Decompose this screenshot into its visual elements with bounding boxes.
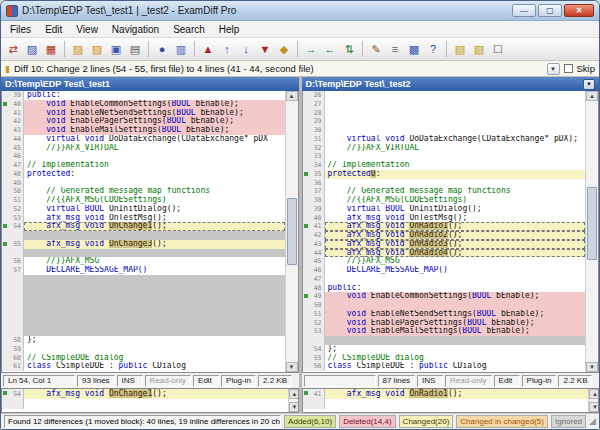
code-line[interactable]: 51 void EnableNetSendSettings(BOOL bEnab… (303, 310, 586, 319)
menu-files[interactable]: Files (3, 23, 38, 36)
code-line[interactable]: 30 (303, 126, 586, 135)
code-line[interactable]: 55 afx_msg void OnChange3(); (2, 240, 285, 249)
code-line[interactable]: 32 //}}AFX_VIRTUAL (303, 144, 586, 153)
open-second-file-icon[interactable]: ▨ (88, 40, 106, 58)
code-line[interactable]: 45 //}}AFX_MSG (303, 257, 586, 266)
code-line[interactable]: 45 //}}AFX_VIRTUAL (2, 144, 285, 153)
code-line[interactable]: 39 virtual BOOL OnInitDialog(); (303, 205, 586, 214)
swap-panes-icon[interactable]: ⇅ (340, 40, 358, 58)
code-line[interactable]: 28 (303, 109, 586, 118)
code-line[interactable]: 44 virtual void DoDataExchange(CDataExch… (2, 135, 285, 144)
title-bar[interactable]: D:\Temp\EDP Test\_test1 | _test2 - ExamD… (1, 1, 599, 21)
code-line[interactable]: 50 // Generated message map functions (2, 187, 285, 196)
print-icon[interactable]: ▤ (126, 40, 144, 58)
code-line[interactable]: 49 void EnableCommonSettings(BOOL bEnabl… (303, 292, 586, 301)
code-line[interactable]: 54 afx_msg void OnChange1(); (2, 389, 288, 399)
code-line[interactable]: 31 virtual void DoDataExchange(CDataExch… (303, 135, 586, 144)
code-line[interactable]: 43 void EnableMailSettings(BOOL bEnable)… (2, 126, 285, 135)
open-session-icon[interactable]: ▨ (23, 40, 41, 58)
plugins-icon[interactable]: ▩ (405, 40, 423, 58)
code-line[interactable]: 53 void EnableMailSettings(BOOL bEnable)… (303, 327, 586, 336)
right-mini-scrollbar[interactable]: ▲ ▼ (588, 389, 598, 412)
code-line[interactable] (303, 336, 586, 345)
code-line[interactable]: 49 (2, 179, 285, 188)
code-line[interactable]: 41 void EnableNetSendSettings(BOOL bEnab… (2, 109, 285, 118)
code-line[interactable]: 42 afx_msg void OnRadio2(); (303, 231, 586, 240)
code-line[interactable] (2, 301, 285, 310)
code-line[interactable]: 42 void EnablePagerSettings(BOOL bEnable… (2, 117, 285, 126)
left-code-editor[interactable]: 39public:40 void EnableCommonSettings(BO… (2, 91, 285, 372)
code-line[interactable]: 58}; (2, 336, 285, 345)
right-pane-header[interactable]: D:\Temp\EDP Test\_test2 ▼ (302, 77, 600, 91)
code-line[interactable] (2, 319, 285, 328)
resize-grip[interactable]: ◢ (589, 415, 596, 428)
find-icon[interactable]: ● (153, 40, 171, 58)
edit-file-icon[interactable]: ✎ (367, 40, 385, 58)
left-mini-scrollbar[interactable]: ▲ ▼ (288, 389, 298, 412)
code-line[interactable]: 33 (303, 152, 586, 161)
scroll-down-icon[interactable]: ▼ (289, 402, 299, 412)
code-line[interactable]: 46 (2, 152, 285, 161)
code-line[interactable]: 52 void EnablePagerSettings(BOOL bEnable… (303, 319, 586, 328)
code-line[interactable]: 56class CSimpleDOE : public CDialog (303, 362, 586, 371)
code-line[interactable]: 26 (303, 91, 586, 100)
code-line[interactable]: 38 //{{AFX_MSG(CDOESettings) (303, 196, 586, 205)
code-line[interactable]: 50 (303, 301, 586, 310)
code-line[interactable]: 44 afx_msg void OnRadio4(); (303, 249, 586, 258)
code-line[interactable]: 57 DECLARE_MESSAGE_MAP() (2, 266, 285, 275)
code-line[interactable]: 34// Implementation (303, 161, 586, 170)
code-line[interactable]: 60// CSimpleDOE dialog (2, 354, 285, 363)
code-line[interactable]: 37 // Generated message map functions (303, 187, 586, 196)
code-line[interactable]: 40 void EnableCommonSettings(BOOL bEnabl… (2, 100, 285, 109)
scroll-up-icon[interactable]: ▲ (589, 389, 599, 399)
code-line[interactable]: 35protected0: (303, 170, 586, 179)
left-vertical-scrollbar[interactable]: ▲ ▼ (285, 91, 298, 372)
menu-edit[interactable]: Edit (38, 23, 69, 36)
code-line[interactable]: 47// Implementation (2, 161, 285, 170)
code-line[interactable]: 53 afx_msg void OnTestMsg(); (2, 214, 285, 223)
right-current-diff-pane[interactable]: 41 afx_msg void OnRadio1(); (303, 389, 589, 412)
close-button[interactable]: ✕ (564, 4, 594, 17)
code-line[interactable]: 29 (303, 117, 586, 126)
scroll-up-icon[interactable]: ▲ (289, 389, 299, 399)
skip-panel-icon[interactable]: ☐ (489, 40, 507, 58)
code-line[interactable]: 46 DECLARE_MESSAGE_MAP() (303, 266, 586, 275)
code-line[interactable] (2, 292, 285, 301)
current-diff-icon[interactable]: ◆ (275, 40, 293, 58)
scroll-down-icon[interactable]: ▼ (286, 362, 298, 372)
code-line[interactable] (2, 310, 285, 319)
code-line[interactable]: 36 (303, 179, 586, 188)
code-line[interactable]: 47 (303, 275, 586, 284)
code-line[interactable]: 48public: (303, 284, 586, 293)
code-line[interactable]: 51 //{{AFX_MSG(CDOESettings) (2, 196, 285, 205)
menu-navigation[interactable]: Navigation (105, 23, 166, 36)
code-line[interactable]: 61class CSimpleDOE : public CDialog (2, 362, 285, 371)
first-diff-icon[interactable]: ▲ (199, 40, 217, 58)
code-line[interactable] (303, 399, 589, 409)
right-vertical-scrollbar[interactable]: ▲ ▼ (585, 91, 598, 372)
scroll-up-icon[interactable]: ▲ (286, 91, 298, 101)
code-line[interactable]: 55// CSimpleDOE dialog (303, 354, 586, 363)
code-line[interactable]: 54}; (303, 345, 586, 354)
scroll-down-icon[interactable]: ▼ (586, 362, 598, 372)
left-current-diff-pane[interactable]: 54 afx_msg void OnChange1(); (2, 389, 288, 412)
code-line[interactable]: 54 afx_msg void OnChange1(); (2, 222, 285, 231)
code-line[interactable] (2, 249, 285, 258)
menu-view[interactable]: View (69, 23, 105, 36)
skip-checkbox[interactable] (564, 64, 573, 73)
diff-list-dropdown-icon[interactable]: ▼ (547, 63, 560, 75)
code-line[interactable]: 40 afx_msg void OnTestMsg(); (303, 214, 586, 223)
show-identical-icon[interactable]: ▧ (470, 40, 488, 58)
menu-help[interactable]: Help (212, 23, 247, 36)
pane-list-dropdown-icon[interactable]: ▼ (583, 79, 595, 90)
code-line[interactable] (2, 231, 285, 240)
show-differences-only-icon[interactable]: ▧ (451, 40, 469, 58)
copy-block-right-icon[interactable]: → (302, 40, 320, 58)
right-scrollbar-thumb[interactable] (587, 187, 597, 260)
options-icon[interactable]: ≡ (386, 40, 404, 58)
code-line[interactable]: 41 afx_msg void OnRadio1(); (303, 222, 586, 231)
scroll-down-icon[interactable]: ▼ (589, 402, 599, 412)
left-pane-header[interactable]: D:\Temp\EDP Test\_test1 (1, 77, 299, 91)
menu-search[interactable]: Search (166, 23, 212, 36)
scroll-up-icon[interactable]: ▲ (586, 91, 598, 101)
